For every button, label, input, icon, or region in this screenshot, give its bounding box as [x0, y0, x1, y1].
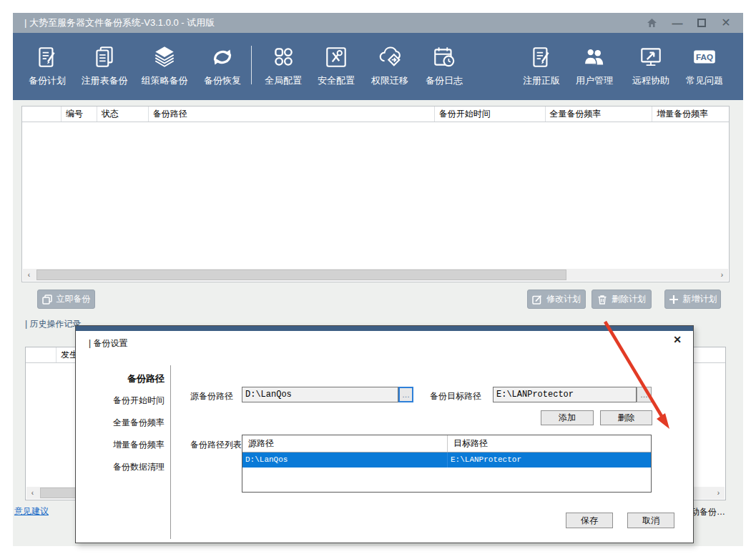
column-header-incremental-frequency[interactable]: 增量备份频率	[652, 107, 729, 122]
add-path-button[interactable]: 添加	[541, 410, 594, 425]
dialog-nav: 备份路径 备份开始时间 全量备份频率 增量备份频率 备份数据清理	[84, 367, 165, 478]
main-toolbar: 备份计划 注册表备份	[13, 33, 743, 100]
nav-item-full-frequency[interactable]: 全量备份频率	[84, 412, 165, 434]
backup-log-icon	[416, 41, 473, 73]
column-header-empty[interactable]	[22, 107, 62, 122]
register-genuine-icon	[513, 41, 570, 73]
scroll-left-icon[interactable]: ‹	[23, 269, 35, 281]
backup-plan-icon	[19, 41, 76, 73]
backup-plan-table: 编号 状态 备份路径 备份开始时间 全量备份频率 增量备份频率 ‹ ›	[21, 106, 730, 282]
toolbar-item-register-genuine[interactable]: 注册正版	[513, 41, 570, 87]
suggestion-link[interactable]: 意见建议	[14, 505, 49, 518]
backup-path-list: 源路径 目标路径 D:\LanQos E:\LANProtector	[242, 435, 652, 493]
nav-item-incremental-frequency[interactable]: 增量备份频率	[84, 434, 165, 456]
window-title: | 大势至服务器文件备份系统-V3.1.0.0 - 试用版	[24, 16, 215, 29]
toolbar-item-label: 注册正版	[513, 74, 570, 87]
scroll-right-icon[interactable]: ›	[712, 487, 725, 499]
scroll-right-icon[interactable]: ›	[716, 269, 728, 281]
user-management-icon	[566, 41, 623, 73]
nav-item-backup-path[interactable]: 备份路径	[84, 367, 165, 390]
dialog-title: | 备份设置	[89, 337, 127, 350]
window-controls: — ✕	[646, 13, 732, 33]
toolbar-item-group-policy-backup[interactable]: 组策略备份	[136, 41, 193, 87]
history-column-empty[interactable]	[26, 347, 57, 362]
target-path-label: 备份目标路径	[430, 390, 481, 402]
path-list-label: 备份路径列表	[190, 439, 242, 451]
home-icon[interactable]	[646, 17, 657, 29]
column-header-full-frequency[interactable]: 全量备份频率	[546, 107, 653, 122]
toolbar-item-label: 备份日志	[416, 74, 473, 87]
path-list-row-selected[interactable]: D:\LanQos E:\LANProtector	[242, 452, 651, 468]
toolbar-item-label: 注册表备份	[76, 74, 133, 87]
remove-path-button[interactable]: 删除	[600, 410, 652, 425]
list-cell-source: D:\LanQos	[242, 452, 448, 468]
partial-auto-backup-text: 动备份…	[691, 506, 725, 518]
dialog-nav-divider	[170, 365, 171, 539]
add-plan-label: 新增计划	[683, 293, 717, 305]
close-button[interactable]: ✕	[720, 17, 732, 29]
plan-table-body	[22, 122, 729, 269]
toolbar-item-backup-log[interactable]: 备份日志	[416, 41, 473, 87]
list-cell-target: E:\LANProtector	[448, 452, 521, 468]
column-header-start-time[interactable]: 备份开始时间	[435, 107, 546, 122]
faq-icon-text: FAQ	[696, 52, 713, 61]
toolbar-item-backup-plan[interactable]: 备份计划	[19, 41, 76, 87]
source-browse-button[interactable]: …	[398, 387, 413, 402]
toolbar-item-backup-restore[interactable]: 备份恢复	[194, 41, 251, 87]
backup-restore-icon	[194, 41, 251, 73]
modify-plan-button[interactable]: 修改计划	[527, 290, 586, 309]
history-section-title: | 历史操作记录	[25, 318, 81, 330]
column-header-number[interactable]: 编号	[62, 107, 97, 122]
source-path-input[interactable]: D:\LanQos	[242, 387, 398, 402]
column-header-backup-path[interactable]: 备份路径	[149, 107, 435, 122]
toolbar-item-label: 远程协助	[622, 74, 679, 87]
save-button[interactable]: 保存	[566, 513, 613, 528]
plan-table-h-scrollbar[interactable]: ‹ ›	[23, 269, 728, 281]
toolbar-item-faq[interactable]: FAQ 常见问题	[676, 41, 733, 87]
permission-migrate-icon	[361, 41, 418, 73]
list-column-target[interactable]: 目标路径	[448, 435, 488, 452]
plus-icon	[669, 295, 679, 305]
add-plan-button[interactable]: 新增计划	[664, 290, 721, 309]
toolbar-item-label: 备份恢复	[194, 74, 251, 87]
list-column-source[interactable]: 源路径	[242, 435, 448, 452]
delete-plan-label: 删除计划	[612, 293, 646, 305]
toolbar-item-remote-assist[interactable]: 远程协助	[622, 41, 679, 87]
target-path-input[interactable]: E:\LANProtector	[493, 387, 637, 402]
toolbar-item-label: 安全配置	[308, 74, 365, 87]
toolbar-item-registry-backup[interactable]: 注册表备份	[76, 41, 133, 87]
toolbar-item-label: 用户管理	[566, 74, 623, 87]
toolbar-item-permission-migrate[interactable]: 权限迁移	[361, 41, 418, 87]
target-browse-button[interactable]: …	[637, 387, 652, 402]
plan-table-header: 编号 状态 备份路径 备份开始时间 全量备份频率 增量备份频率	[22, 107, 729, 122]
faq-icon: FAQ	[676, 41, 733, 73]
toolbar-item-security-config[interactable]: 安全配置	[308, 41, 365, 87]
nav-item-data-cleanup[interactable]: 备份数据清理	[84, 456, 165, 478]
toolbar-item-global-config[interactable]: 全局配置	[255, 41, 312, 87]
toolbar-item-label: 常见问题	[676, 74, 733, 87]
toolbar-item-label: 备份计划	[19, 74, 76, 87]
minimize-button[interactable]: —	[672, 17, 683, 29]
copy-icon	[42, 295, 52, 305]
scroll-left-icon[interactable]: ‹	[26, 487, 39, 499]
maximize-button[interactable]	[697, 19, 706, 27]
title-bar: | 大势至服务器文件备份系统-V3.1.0.0 - 试用版 — ✕	[13, 13, 743, 33]
dialog-accent-bar	[76, 326, 693, 331]
toolbar-item-label: 全局配置	[255, 74, 312, 87]
delete-plan-button[interactable]: 删除计划	[591, 290, 652, 309]
group-policy-backup-icon	[136, 41, 193, 73]
column-header-status[interactable]: 状态	[97, 107, 149, 122]
nav-item-start-time[interactable]: 备份开始时间	[84, 390, 165, 412]
trash-icon	[597, 295, 607, 305]
backup-now-label: 立即备份	[57, 293, 91, 305]
app-screenshot: | 大势至服务器文件备份系统-V3.1.0.0 - 试用版 — ✕	[0, 0, 756, 559]
toolbar-item-user-management[interactable]: 用户管理	[566, 41, 623, 87]
backup-settings-dialog: | 备份设置 ✕ 备份路径 备份开始时间 全量备份频率 增量备份频率 备份数据清…	[75, 325, 694, 543]
backup-now-button[interactable]: 立即备份	[37, 290, 95, 309]
registry-backup-icon	[76, 41, 133, 73]
cancel-button[interactable]: 取消	[627, 513, 674, 528]
scrollbar-thumb[interactable]	[36, 269, 566, 280]
toolbar-item-label: 组策略备份	[136, 74, 193, 87]
source-path-label: 源备份路径	[190, 390, 233, 402]
dialog-close-icon[interactable]: ✕	[673, 334, 682, 345]
